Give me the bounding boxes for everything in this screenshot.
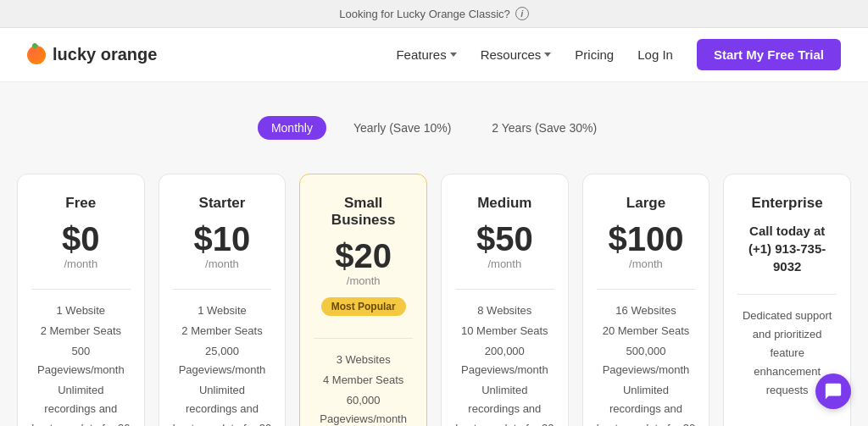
nav-resources[interactable]: Resources [481,47,552,62]
main-nav: Features Resources Pricing Log In Start … [396,39,841,70]
nav-resources-label: Resources [481,47,542,62]
plan-medium: Medium $50 /month 8 Websites 10 Member S… [441,174,569,426]
plan-starter: Starter $10 /month 1 Website 2 Member Se… [159,174,287,426]
enterprise-phone: (+1) 913-735-9032 [748,241,826,274]
plan-sb-name: Small Business [314,195,413,229]
chat-bubble[interactable] [815,373,851,409]
plan-enterprise-price: Call today at (+1) 913-735-9032 [737,222,837,275]
nav-login[interactable]: Log In [637,47,673,62]
billing-yearly-button[interactable]: Yearly (Save 10%) [340,116,465,140]
plan-enterprise-features: Dedicated support and prioritized featur… [737,307,837,426]
enterprise-call-text: Call today at [749,224,825,238]
plan-medium-divider [455,289,554,290]
nav-pricing[interactable]: Pricing [575,47,614,62]
plan-starter-name: Starter [199,195,246,212]
nav-login-label: Log In [637,47,673,62]
plan-large-unit: /month [629,257,663,270]
plan-free-name: Free [65,195,96,212]
logo-link[interactable]: lucky orange [27,45,157,64]
plan-large-features: 16 Websites 20 Member Seats 500,000 Page… [597,302,696,426]
billing-toggle: Monthly Yearly (Save 10%) 2 Years (Save … [17,116,851,140]
plan-sb-features: 3 Websites 4 Member Seats 60,000 Pagevie… [314,351,413,426]
features-arrow-icon [450,53,457,57]
plan-free-divider [31,289,131,290]
plan-medium-price: $50 [476,222,533,256]
billing-monthly-button[interactable]: Monthly [258,116,326,140]
plan-large: Large $100 /month 16 Websites 20 Member … [582,174,710,426]
plan-starter-features: 1 Website 2 Member Seats 25,000 Pageview… [173,302,272,426]
announcement-text: Looking for Lucky Orange Classic? [339,8,510,20]
plan-medium-unit: /month [487,257,521,270]
plan-free-features: 1 Website 2 Member Seats 500 Pageviews/m… [31,302,131,426]
start-trial-button[interactable]: Start My Free Trial [697,39,841,70]
logo-text: lucky orange [53,45,157,64]
plan-free: Free $0 /month 1 Website 2 Member Seats … [17,174,145,426]
plan-sb-price: $20 [335,239,392,273]
plan-large-price: $100 [609,222,684,256]
plan-medium-name: Medium [477,195,531,212]
announcement-bar: Looking for Lucky Orange Classic? i [0,0,868,28]
main-content: Monthly Yearly (Save 10%) 2 Years (Save … [0,82,868,426]
billing-2years-button[interactable]: 2 Years (Save 30%) [478,116,610,140]
nav-features[interactable]: Features [396,47,456,62]
plan-free-price: $0 [62,222,100,256]
plan-starter-unit: /month [205,257,239,270]
info-icon[interactable]: i [515,7,529,20]
pricing-grid: Free $0 /month 1 Website 2 Member Seats … [17,174,851,426]
plan-sb-divider [314,338,413,339]
plan-enterprise-divider [737,294,837,295]
nav-pricing-label: Pricing [575,47,614,62]
plan-large-name: Large [626,195,665,212]
chat-icon [824,382,843,401]
plan-starter-divider [173,289,272,290]
nav-features-label: Features [396,47,446,62]
header: lucky orange Features Resources Pricing … [0,28,868,82]
plan-large-divider [597,289,696,290]
plan-enterprise-name: Enterprise [752,195,823,212]
plan-small-business: Small Business $20 /month Most Popular 3… [299,174,427,426]
plan-sb-unit: /month [347,274,381,287]
logo-icon [27,46,46,64]
resources-arrow-icon [544,53,551,57]
most-popular-badge: Most Popular [321,297,406,316]
plan-medium-features: 8 Websites 10 Member Seats 200,000 Pagev… [455,302,554,426]
plan-starter-price: $10 [194,222,251,256]
plan-free-unit: /month [64,257,97,270]
